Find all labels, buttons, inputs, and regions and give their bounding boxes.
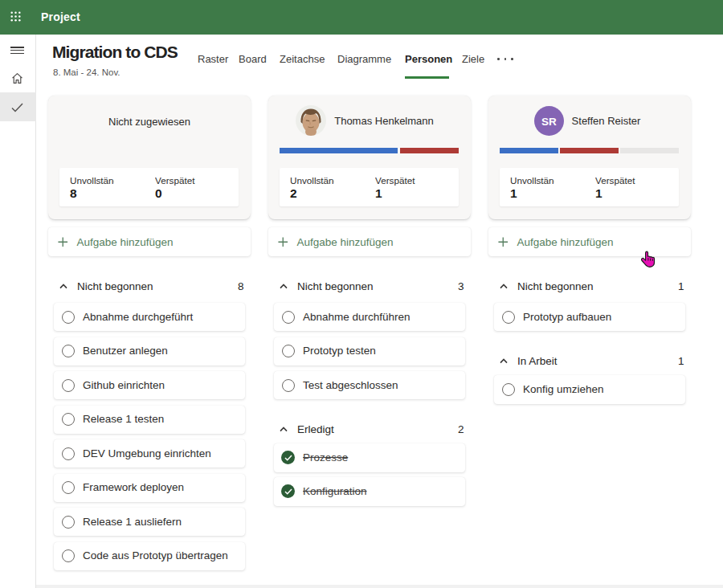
svg-text:SR: SR xyxy=(541,115,557,127)
